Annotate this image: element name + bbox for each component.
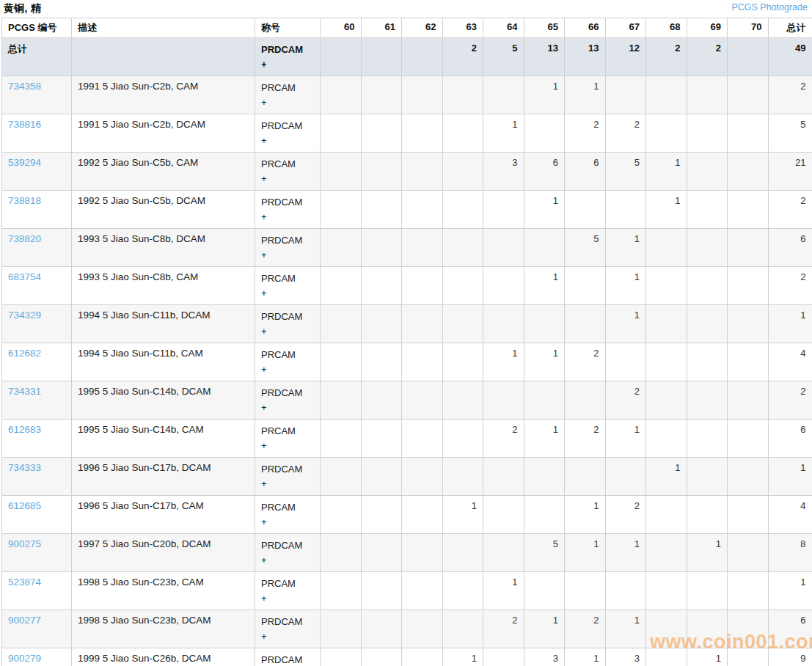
grade-70-cell: [728, 343, 769, 381]
grade-66-cell: [565, 381, 606, 420]
pcgs-number-link[interactable]: 734333: [8, 462, 41, 473]
pcgs-number-link[interactable]: 738820: [8, 233, 41, 244]
table-row: 7343581991 5 Jiao Sun-C2b, CAMPRCAM +112: [2, 76, 812, 114]
row-total-cell: 4: [768, 496, 812, 534]
grade-62-cell: [402, 76, 443, 114]
grade-60-cell: [321, 343, 362, 381]
table-row: 7388201993 5 Jiao Sun-C8b, DCAMPRDCAM +5…: [2, 229, 812, 267]
pcgs-number-link[interactable]: 734331: [8, 386, 41, 397]
grade-70-cell: [728, 420, 769, 458]
grade-60-cell: [321, 420, 362, 458]
grade-65-cell: 1: [524, 343, 565, 381]
description-cell: 1997 5 Jiao Sun-C20b, DCAM: [72, 534, 255, 572]
grade-64-cell: [483, 305, 524, 343]
grade-69-cell: [687, 191, 728, 229]
grade-68-cell: 1: [646, 191, 687, 229]
pcgs-number-link[interactable]: 900277: [8, 615, 41, 626]
grade-64-cell: [483, 496, 524, 534]
description-cell: 1993 5 Jiao Sun-C8b, DCAM: [72, 229, 255, 267]
grade-64-cell: [483, 267, 524, 305]
grade-63-cell: [442, 420, 483, 458]
grade-62-cell: [402, 648, 443, 666]
pcgs-number-link[interactable]: 612683: [8, 424, 41, 435]
grade-61-cell: [361, 305, 402, 343]
row-total-cell: 1: [768, 458, 812, 496]
grade-62-cell: [402, 229, 443, 267]
grade-63-cell: [442, 229, 483, 267]
grade-62-cell: [402, 191, 443, 229]
pcgs-number-link[interactable]: 612682: [8, 348, 41, 359]
header-grade-66: 66: [565, 18, 606, 38]
grade-60-cell: [321, 76, 362, 114]
designation-cell: PRCAM +: [255, 153, 321, 191]
grade-66-cell: 6: [565, 153, 606, 191]
grade-68-cell: [646, 267, 687, 305]
table-row: 6126821994 5 Jiao Sun-C11b, CAMPRCAM +11…: [2, 343, 812, 381]
grade-60-cell: [321, 610, 362, 648]
pcgs-number-link[interactable]: 900279: [8, 653, 41, 664]
grade-67-cell: 1: [605, 610, 646, 648]
table-header-row: PCGS 编号 描述 称号 60 61 62 63 64 65 66 67 68…: [2, 18, 812, 38]
pcgs-number-cell: 900277: [2, 610, 72, 648]
grade-70-cell: [728, 114, 769, 153]
table-row: 7388181992 5 Jiao Sun-C5b, DCAMPRDCAM +1…: [2, 191, 812, 229]
designation-cell: PRCAM +: [255, 572, 321, 610]
grade-60-cell: [321, 572, 362, 610]
pcgs-number-link[interactable]: 612685: [8, 500, 41, 511]
grade-61-cell: [361, 496, 402, 534]
grade-69-cell: [687, 114, 728, 153]
grade-67-cell: 1: [605, 305, 646, 343]
grade-61-cell: [361, 267, 402, 305]
row-total-cell: 1: [768, 572, 812, 610]
grade-62-cell: [402, 153, 443, 191]
grade-60-cell: [321, 458, 362, 496]
totals-grade-cell: 13: [524, 38, 565, 76]
grade-69-cell: [687, 420, 728, 458]
grade-64-cell: 1: [483, 572, 524, 610]
pcgs-photograde-link[interactable]: PCGS Photograde: [731, 2, 808, 12]
pcgs-number-link[interactable]: 683754: [8, 271, 41, 282]
designation-cell: PRDCAM +: [255, 191, 321, 229]
pcgs-number-link[interactable]: 738816: [8, 119, 41, 130]
totals-grade-cell: 5: [483, 38, 524, 76]
header-pcgs-number: PCGS 编号: [2, 18, 72, 38]
pcgs-number-cell: 900275: [2, 534, 72, 572]
grade-61-cell: [361, 420, 402, 458]
pcgs-number-link[interactable]: 734358: [8, 81, 41, 92]
grade-64-cell: 1: [483, 114, 524, 153]
grade-70-cell: [728, 534, 769, 572]
designation-cell: PRDCAM +: [255, 114, 321, 153]
totals-desc-empty: [72, 38, 255, 76]
grade-63-cell: [442, 534, 483, 572]
table-row: 9002791999 5 Jiao Sun-C26b, DCAMPRDCAM +…: [2, 648, 812, 666]
row-total-cell: 6: [768, 610, 812, 648]
grade-60-cell: [321, 191, 362, 229]
grade-63-cell: [442, 191, 483, 229]
grade-61-cell: [361, 153, 402, 191]
grade-69-cell: [687, 305, 728, 343]
grade-69-cell: [687, 76, 728, 114]
description-cell: 1993 5 Jiao Sun-C8b, CAM: [72, 267, 255, 305]
pcgs-number-link[interactable]: 738818: [8, 195, 41, 206]
grade-64-cell: [483, 648, 524, 666]
grade-65-cell: [524, 114, 565, 153]
grade-61-cell: [361, 381, 402, 420]
grade-62-cell: [402, 610, 443, 648]
grade-68-cell: [646, 572, 687, 610]
pcgs-number-link[interactable]: 523874: [8, 577, 41, 588]
pcgs-number-cell: 738820: [2, 229, 72, 267]
grade-66-cell: [565, 267, 606, 305]
description-cell: 1992 5 Jiao Sun-C5b, CAM: [72, 153, 255, 191]
pcgs-number-link[interactable]: 900275: [8, 538, 41, 549]
pcgs-number-link[interactable]: 539294: [8, 157, 41, 168]
pcgs-number-cell: 734329: [2, 305, 72, 343]
designation-cell: PRCAM +: [255, 267, 321, 305]
table-row: 7343311995 5 Jiao Sun-C14b, DCAMPRDCAM +…: [2, 381, 812, 420]
grade-67-cell: 5: [605, 153, 646, 191]
description-cell: 1992 5 Jiao Sun-C5b, DCAM: [72, 191, 255, 229]
grade-60-cell: [321, 305, 362, 343]
grade-68-cell: 1: [646, 153, 687, 191]
pcgs-number-link[interactable]: 734329: [8, 310, 41, 321]
grade-64-cell: [483, 229, 524, 267]
grade-62-cell: [402, 267, 443, 305]
